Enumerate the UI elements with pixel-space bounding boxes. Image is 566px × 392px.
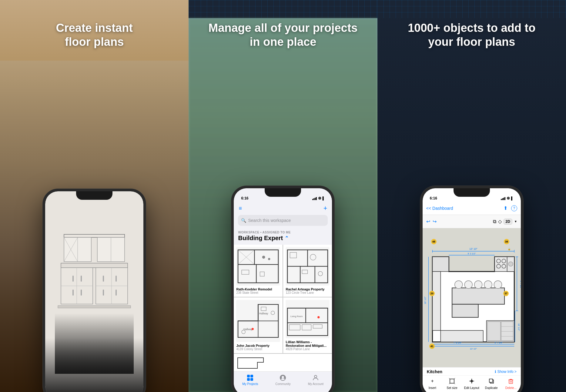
svg-rect-55 <box>306 308 328 323</box>
svg-rect-59 <box>302 325 311 330</box>
project-name-3: John Jacob Property <box>236 344 280 347</box>
set-size-label: Set size <box>447 386 457 390</box>
redo-icon[interactable]: ↪ <box>433 219 437 224</box>
badge-41: 41 <box>429 343 435 349</box>
svg-rect-58 <box>290 325 300 330</box>
svg-rect-7 <box>61 263 128 268</box>
back-chevron-icon: < <box>426 206 429 211</box>
p2-search-bar[interactable]: 🔍 Search this workspace <box>238 215 328 226</box>
tab-community[interactable]: Community <box>266 374 299 386</box>
svg-rect-37 <box>308 250 328 266</box>
svg-rect-29 <box>238 264 256 283</box>
undo-icon[interactable]: ↩ <box>426 219 430 224</box>
svg-text:Living Room: Living Room <box>291 315 303 318</box>
project-card-1[interactable]: Rath-Keebler Remodel 238 State Street <box>234 245 283 297</box>
svg-rect-13 <box>72 290 74 296</box>
panel-2-texture <box>189 0 377 18</box>
layers-icon[interactable]: ⧉ <box>493 219 496 224</box>
svg-text:18' 1/2": 18' 1/2" <box>517 323 520 331</box>
p3-back-label: < Dashboard <box>429 206 453 211</box>
help-icon[interactable]: ? <box>511 205 517 211</box>
svg-rect-64 <box>247 378 250 381</box>
svg-point-44 <box>318 271 323 276</box>
insert-label: Insert <box>429 386 436 390</box>
project-card-4[interactable]: Living Room Lillian Williams - Restorati… <box>283 297 332 353</box>
p3-toolbar-left: ↩ ↪ <box>426 219 437 224</box>
p2-workspace-name: Building Expert ⌃ <box>234 235 332 245</box>
svg-rect-89 <box>452 288 504 304</box>
svg-rect-21 <box>116 290 117 296</box>
svg-point-66 <box>314 375 317 378</box>
project-name-2: Rachel Arteaga Property <box>286 287 330 291</box>
p3-toolbar: ↩ ↪ ⧉ ◇ 2D ▼ <box>423 215 521 228</box>
insert-icon: + <box>428 377 437 385</box>
svg-rect-60 <box>313 325 322 328</box>
share-icon[interactable]: ⬆ <box>504 205 507 211</box>
action-delete[interactable]: Delete... <box>501 377 521 390</box>
action-set-size[interactable]: Set size <box>442 377 462 390</box>
wifi-icon: ⊗ <box>318 196 321 200</box>
p3-time: 6:16 <box>430 196 437 200</box>
tab-my-projects[interactable]: My Projects <box>234 374 266 386</box>
menu-icon[interactable]: ≡ <box>239 205 242 212</box>
community-icon <box>279 374 286 381</box>
svg-point-50 <box>271 311 275 315</box>
add-icon[interactable]: + <box>323 204 327 212</box>
action-duplicate[interactable]: Duplicate <box>481 377 501 390</box>
project-card-2[interactable]: Rachel Arteaga Property 123 Circle Tree … <box>283 245 332 297</box>
svg-point-95 <box>494 281 502 289</box>
p2-top-nav: ≡ + <box>234 202 332 215</box>
p3-nav: < < Dashboard ⬆ ? <box>423 202 521 215</box>
project-thumb-2 <box>286 247 330 286</box>
mode-2d-badge[interactable]: 2D <box>504 219 512 225</box>
p3-floor-plan-area[interactable]: 13' 10" 🔒 9' 3 1/2" 9' 7 1/2" <box>423 228 521 367</box>
p3-back-button[interactable]: < < Dashboard <box>426 206 453 211</box>
project-card-3[interactable]: Hallway Hallway John Jacob Property <box>234 297 283 353</box>
set-size-icon <box>448 377 456 385</box>
duplicate-label: Duplicate <box>485 386 498 390</box>
panel-3-headline-line1: 1000+ objects to add to <box>408 22 535 34</box>
settings-icon[interactable]: ◇ <box>498 219 502 224</box>
project-floorplan-1 <box>236 247 280 286</box>
phone-2-notch <box>265 188 301 197</box>
svg-rect-41 <box>290 253 297 258</box>
svg-text:🔒: 🔒 <box>508 247 511 250</box>
svg-text:9' 7 1/2": 9' 7 1/2" <box>520 280 521 289</box>
svg-point-93 <box>474 281 482 289</box>
svg-rect-20 <box>103 290 104 296</box>
community-label: Community <box>275 382 291 386</box>
svg-rect-97 <box>487 322 501 341</box>
svg-text:Hallway: Hallway <box>259 312 268 315</box>
p3-signal-bars <box>501 196 505 200</box>
project-floorplan-3: Hallway Hallway <box>236 300 280 342</box>
action-insert[interactable]: + Insert <box>423 377 442 390</box>
badge-37: 37 <box>503 291 509 296</box>
svg-text:13' 10": 13' 10" <box>470 347 477 350</box>
svg-rect-102 <box>440 330 483 342</box>
action-edit-layout[interactable]: Edit Layout <box>462 377 481 390</box>
edit-layout-label: Edit Layout <box>464 386 479 390</box>
my-account-label: My Account <box>308 382 324 386</box>
badge-48: 48 <box>431 239 437 244</box>
panel-1-headline: Create instant floor plans <box>0 21 189 49</box>
my-account-icon <box>312 374 319 381</box>
svg-point-92 <box>464 281 472 289</box>
p2-status-icons: ⊗ ▌ <box>312 196 325 200</box>
project-name-4: Lillian Williams - Restoration and Mitig… <box>286 340 330 347</box>
panel-1: Create instant floor plans <box>0 0 189 392</box>
chevron-icon: ⌃ <box>285 235 289 241</box>
p2-workspace-label: WORKSPACE • ASSIGNED TO ME <box>234 228 332 235</box>
p2-time: 6:16 <box>241 196 248 200</box>
tab-my-account[interactable]: My Account <box>299 374 332 386</box>
phone-2-screen: 6:16 ⊗ ▌ ≡ + <box>234 188 332 392</box>
duplicate-icon <box>487 377 496 385</box>
p3-action-buttons: + Insert <box>423 375 521 392</box>
project-floorplan-5-partial <box>236 356 273 370</box>
svg-rect-111 <box>450 379 454 383</box>
svg-line-112 <box>449 378 450 379</box>
panel-2-headline-line1: Manage all of your projects <box>208 22 357 34</box>
svg-rect-40 <box>315 266 328 283</box>
badge-38: 38 <box>504 239 509 244</box>
p3-show-info[interactable]: ℹ Show Info > <box>495 370 516 374</box>
svg-rect-0 <box>64 234 125 237</box>
